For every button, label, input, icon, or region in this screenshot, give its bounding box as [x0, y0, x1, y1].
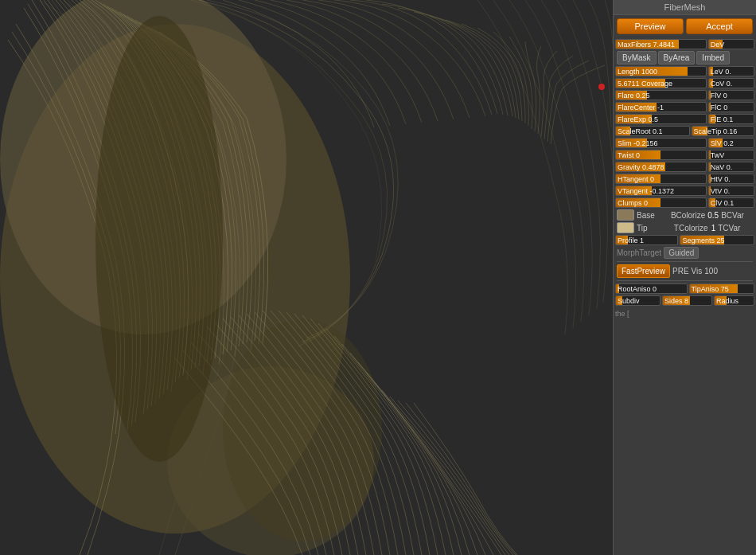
fibermesh-panel: FiberMesh Preview Accept MaxFibers 7.484… [613, 0, 756, 555]
slim-slider[interactable]: Slim -0.2156 [615, 138, 707, 148]
clv-slider[interactable]: ClV 0.1 [708, 197, 754, 208]
tipaniso-slider[interactable]: TipAniso 75 [689, 283, 754, 294]
imbed-button[interactable]: Imbed [696, 51, 730, 64]
scaleroot-slider[interactable]: ScaleRoot 0.1 [615, 126, 690, 136]
flarecenter-row: FlareCenter -1 FlC 0 [615, 102, 754, 112]
rootaniso-slider[interactable]: RootAniso 0 [615, 283, 688, 294]
slim-row: Slim -0.2156 SlV 0.2 [615, 138, 754, 148]
fastpreview-button[interactable]: FastPreview [617, 264, 670, 278]
slv-slider[interactable]: SlV 0.2 [708, 138, 754, 148]
twist-row: Twist 0 TwV [615, 150, 754, 160]
scaletip-slider[interactable]: ScaleTip 0.16 [692, 126, 754, 136]
sides-slider[interactable]: Sides 8 [662, 295, 712, 306]
fastpreview-row: FastPreview PRE Vis 100 [615, 264, 754, 278]
flc-slider[interactable]: FlC 0 [708, 102, 754, 112]
profile-segments-row: Profile 1 Segments 25 [615, 235, 754, 245]
coverage-slider[interactable]: 5.6711 Coverage [615, 78, 707, 88]
htangent-slider[interactable]: HTangent 0 [615, 174, 707, 184]
flare-row: Flare 0.25 FlV 0 [615, 90, 754, 100]
red-dot-marker [598, 84, 605, 90]
svg-point-5 [95, 16, 223, 462]
maxfibers-slider[interactable]: MaxFibers 7.4841 [615, 39, 707, 49]
coverage-row: 5.6711 Coverage CoV 0. [615, 78, 754, 88]
vtangent-row: VTangent -0.1372 VtV 0. [615, 186, 754, 196]
twist-slider[interactable]: Twist 0 [615, 150, 707, 160]
viewport [0, 0, 613, 555]
section-divider-1 [617, 261, 753, 262]
preview-accept-row: Preview Accept [614, 15, 756, 37]
flareexp-slider[interactable]: FlareExp 0.5 [615, 114, 707, 124]
subdiv-sides-radius-row: Subdiv Sides 8 Radius [615, 295, 754, 306]
fle-slider[interactable]: FlE 0.1 [708, 114, 754, 124]
panel-title: FiberMesh [614, 0, 756, 15]
section-divider-2 [617, 280, 753, 281]
byarea-button[interactable]: ByArea [658, 51, 696, 64]
morph-guided-row: MorphTarget Guided [615, 247, 754, 259]
length-slider[interactable]: Length 1000 [615, 66, 707, 76]
radius-slider[interactable]: Radius [714, 295, 754, 306]
segments-slider[interactable]: Segments 25 [680, 235, 754, 245]
vtangent-slider[interactable]: VTangent -0.1372 [615, 186, 707, 196]
gravity-slider[interactable]: Gravity 0.4878 [615, 162, 707, 172]
gravity-row: Gravity 0.4878 NaV 0. [615, 162, 754, 172]
htv-slider[interactable]: HtV 0. [708, 174, 754, 184]
tip-color-row: Tip TColorize 1 TCVar [615, 222, 754, 233]
flv-slider[interactable]: FlV 0 [708, 90, 754, 100]
nav-slider[interactable]: NaV 0. [708, 162, 754, 172]
scaleroot-row: ScaleRoot 0.1 ScaleTip 0.16 [615, 126, 754, 136]
maxfibers-row: MaxFibers 7.4841 DeV [615, 39, 754, 49]
base-swatch[interactable] [617, 209, 634, 221]
dev-slider[interactable]: DeV [708, 39, 754, 49]
vtv-slider[interactable]: VtV 0. [708, 186, 754, 196]
subdiv-slider[interactable]: Subdiv [615, 295, 661, 306]
accept-button[interactable]: Accept [686, 18, 753, 34]
preview-button[interactable]: Preview [617, 18, 684, 34]
hair-render [0, 0, 613, 555]
guided-button[interactable]: Guided [664, 247, 699, 259]
length-row: Length 1000 LeV 0. [615, 66, 754, 76]
lev-slider[interactable]: LeV 0. [708, 66, 754, 76]
clumps-row: Clumps 0 ClV 0.1 [615, 197, 754, 208]
bymask-button[interactable]: ByMask [617, 51, 657, 64]
profile-slider[interactable]: Profile 1 [615, 235, 678, 245]
clumps-slider[interactable]: Clumps 0 [615, 197, 707, 208]
cov-slider[interactable]: CoV 0. [708, 78, 754, 88]
params-area: MaxFibers 7.4841 DeV ByMask ByArea Imbed… [614, 37, 756, 555]
bracket-label-row: the [ [615, 307, 754, 320]
flare-slider[interactable]: Flare 0.25 [615, 90, 707, 100]
flarecenter-slider[interactable]: FlareCenter -1 [615, 102, 707, 112]
svg-point-4 [223, 319, 382, 541]
base-color-row: Base BColorize 0.5 BCVar [615, 209, 754, 221]
tip-swatch[interactable] [617, 222, 634, 233]
twv-slider[interactable]: TwV [708, 150, 754, 160]
aniso-row: RootAniso 0 TipAniso 75 [615, 283, 754, 294]
mask-area-imbed-row: ByMask ByArea Imbed [615, 51, 754, 64]
flareexp-row: FlareExp 0.5 FlE 0.1 [615, 114, 754, 124]
htangent-row: HTangent 0 HtV 0. [615, 174, 754, 184]
